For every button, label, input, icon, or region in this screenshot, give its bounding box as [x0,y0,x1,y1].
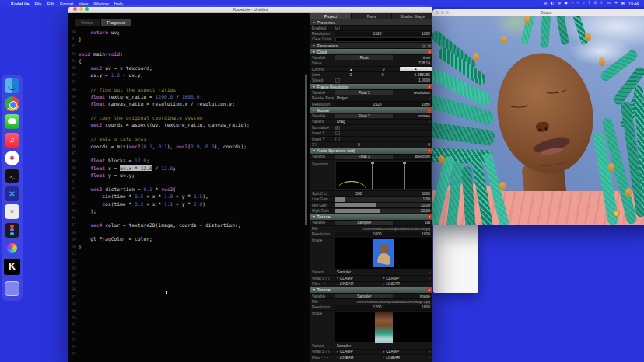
panel-tab-project[interactable]: Project [310,13,351,19]
row-chevron-icon[interactable]: › [428,270,432,274]
add-parameter-button[interactable]: + [422,44,426,48]
section-header-audio-spectrum-std-[interactable]: ▼Audio Spectrum (std)✕ [310,148,432,155]
menu-clock[interactable]: 19:44 [628,2,639,6]
section-header-texture[interactable]: ▼Texture✕ [310,287,432,294]
gain-slider[interactable]: 1.00 [335,197,432,202]
remove-parameter-button[interactable]: ✕ [427,214,432,219]
keyboard-icon[interactable]: ⌗ [577,2,579,5]
code-editor[interactable]: VertexFragment 3031323334353637383940414… [68,13,310,362]
file-path[interactable]: /Users/ritomas/Desktop/arabella/assets/i… [335,300,432,305]
camera-icon[interactable]: ◉ [564,2,567,5]
gain-slider[interactable]: 10.00 [335,203,432,207]
type-dropdown[interactable]: Sampler [335,294,393,298]
remove-parameter-button[interactable]: ✕ [427,50,432,54]
number-field[interactable]: 1080 [384,32,432,37]
row-chevron-icon[interactable]: › [428,344,432,348]
type-dropdown[interactable]: Float [335,55,393,60]
dock-item-figma[interactable] [5,223,19,238]
scrollbar-thumb[interactable] [305,74,307,225]
section-header-mouse[interactable]: ▼Mouse✕ [310,107,432,113]
number-field[interactable]: 1200 [335,305,383,310]
row-chevron-icon[interactable]: › [428,350,432,353]
stepper-button[interactable]: ▲ [400,67,432,71]
type-dropdown[interactable]: Float 2 [335,90,393,95]
type-dropdown[interactable]: Float 3 [335,155,393,159]
dropdown[interactable]: Sampler [335,343,427,348]
background-window[interactable] [433,223,478,293]
dock-item-music[interactable]: ♫ [5,133,19,148]
section-header-properties[interactable]: ▼Properties [310,19,432,26]
dropdown[interactable]: ▾LINEAR [335,355,381,360]
wifi-icon[interactable]: ✦ [614,2,618,5]
dropdown[interactable]: ▾LINEAR [382,282,428,287]
dropdown[interactable]: ▾CLAMP [335,350,381,354]
file-path[interactable]: /Users/ritomas/Desktop/arabella/assets/c… [335,226,432,231]
tab-vertex[interactable]: Vertex [75,19,100,26]
dropdown[interactable]: ▾LINEAR [382,355,428,360]
checkbox[interactable] [335,137,340,141]
dock-item-kodelife[interactable]: K [4,259,20,275]
number-field[interactable]: 1000 [384,232,432,237]
output-titlebar[interactable]: Output [432,9,644,16]
timemachine-icon[interactable]: ◔ [571,2,573,5]
editor-scrollbar[interactable] [305,74,307,237]
section-header-clock[interactable]: ▼Clock✕ [310,49,432,55]
minimize-icon[interactable] [79,7,83,11]
row-chevron-icon[interactable]: › [428,282,432,286]
zoom-icon[interactable] [85,7,89,11]
window-controls[interactable] [73,7,89,11]
dock-item-vscode[interactable]: ✕ [5,186,19,201]
parameter-menu-button[interactable]: ▾ [427,44,432,48]
type-dropdown[interactable]: Sampler [335,221,393,225]
close-icon[interactable] [73,7,77,11]
screen-mirroring-icon[interactable]: ◧ [551,2,555,5]
checkbox[interactable] [335,131,340,136]
number-field[interactable]: 1800 [384,305,432,310]
number-field[interactable]: 1080 [384,102,432,106]
dropdown[interactable]: ▾CLAMP [382,276,428,280]
dock-item-notes[interactable]: ≡ [5,204,19,219]
dock-item-slack[interactable]: ⌗ [5,151,19,165]
section-header-frame-resolution[interactable]: ▼Frame Resolution✕ [310,84,432,90]
row-chevron-icon[interactable]: › [428,277,432,280]
spectrum-display[interactable] [335,161,432,190]
dropdown[interactable]: ▾CLAMP [335,276,381,280]
dock-item-chrome[interactable] [5,96,19,111]
search-icon[interactable]: ○ [583,2,585,5]
row-chevron-icon[interactable]: › [428,96,432,100]
display-icon[interactable]: ▤ [544,2,548,5]
output-window[interactable]: Output [432,9,644,225]
checkbox[interactable]: ✓ [335,26,340,30]
tab-fragment[interactable]: Fragment [101,19,132,26]
section-header-texture[interactable]: ▼Texture✕ [310,214,432,221]
bluetooth-icon[interactable]: ᛒ [588,2,590,5]
phone-icon[interactable]: ✆ [594,2,597,5]
dock-item-trash[interactable] [5,281,19,296]
checkbox[interactable]: ✓ [335,126,340,131]
control-center-icon[interactable]: ▦ [621,2,625,5]
row-chevron-icon[interactable]: › [428,356,432,360]
dropdown[interactable]: Drag [335,120,427,124]
number-field[interactable]: 1000 [335,232,383,237]
battery-icon[interactable]: ▭ [607,2,611,5]
section-header-parameters[interactable]: ▼Parameters+▾ [310,43,432,49]
panel-tab-shader-stage[interactable]: Shader Stage [392,13,432,19]
menu-kodelife[interactable]: KodeLife [11,2,30,6]
dock-item-messages[interactable] [5,114,19,129]
menu-window[interactable]: Window [93,2,109,6]
row-chevron-icon[interactable]: › [428,120,432,124]
menu-edit[interactable]: Edit [47,2,54,6]
remove-parameter-button[interactable]: ✕ [427,287,432,292]
focus-icon[interactable]: ☾ [600,2,604,5]
code-content[interactable]: return uv;}void main(void){ vec2 uv = v_… [79,29,310,357]
dropdown[interactable]: ▾CLAMP [382,350,428,354]
dock-item-color-app[interactable] [5,241,19,256]
menu-help[interactable]: Help [114,2,123,6]
remove-parameter-button[interactable]: ✕ [427,108,432,113]
number-field[interactable]: 1920 [335,32,383,37]
dock-item-finder[interactable] [5,78,19,93]
split-handle[interactable] [404,162,405,189]
gain-slider[interactable]: 20.00 [335,209,432,214]
stage-manager-icon[interactable]: ◍ [558,2,561,5]
menu-file[interactable]: File [35,2,42,6]
